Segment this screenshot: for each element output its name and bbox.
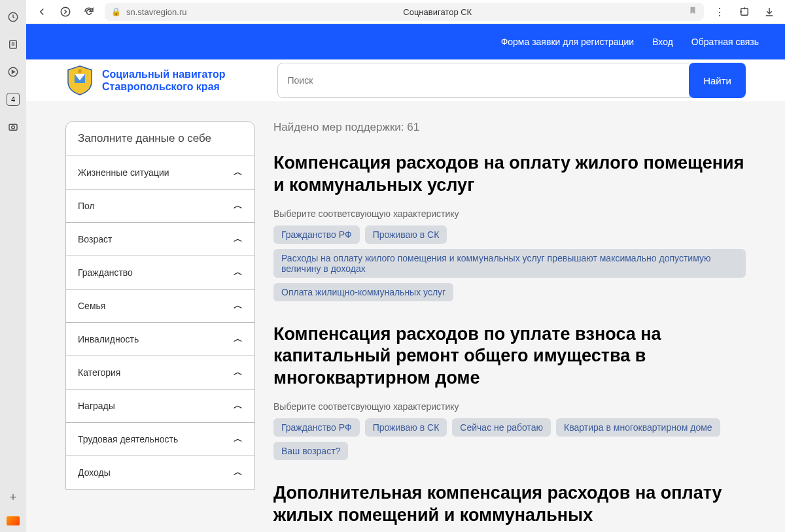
bookmark-icon[interactable]	[688, 6, 697, 18]
filter-sidebar: Заполните данные о себе Жизненные ситуац…	[65, 121, 255, 532]
header-bar: Социальный навигатор Ставропольского кра…	[26, 59, 785, 101]
chevron-up-icon: ︿	[234, 367, 243, 378]
downloads-button[interactable]	[761, 4, 777, 20]
mail-icon[interactable]	[7, 516, 20, 525]
tag[interactable]: Ваш возраст?	[273, 442, 348, 460]
char-label: Выберите соответсвующую характеристику	[273, 208, 746, 219]
browser-sidebar: 4 +	[0, 0, 26, 532]
menu-button[interactable]: ⋮	[712, 4, 727, 20]
filter-category[interactable]: Категория︿	[65, 356, 255, 390]
tag-list: Гражданство РФ Проживаю в СК Расходы на …	[273, 225, 746, 301]
play-icon[interactable]	[7, 65, 20, 78]
nav-link-feedback[interactable]: Обратная связь	[691, 37, 759, 47]
nav-link-login[interactable]: Вход	[652, 37, 673, 47]
browser-toolbar: 🔒 sn.stavregion.ru Соцнавигатор СК ⋮	[26, 0, 785, 24]
tag-list: Гражданство РФ Проживаю в СК Сейчас не р…	[273, 418, 746, 460]
svg-point-8	[78, 69, 82, 73]
search-button[interactable]: Найти	[689, 63, 746, 98]
tag[interactable]: Расходы на оплату жилого помещения и ком…	[273, 249, 746, 278]
tag[interactable]: Гражданство РФ	[273, 418, 360, 437]
filter-employment[interactable]: Трудовая деятельность︿	[65, 423, 255, 456]
back-button[interactable]	[34, 4, 50, 20]
tag[interactable]: Гражданство РФ	[273, 225, 360, 244]
logo-block[interactable]: Социальный навигатор Ставропольского кра…	[65, 65, 225, 96]
results-count: Найдено мер поддержки: 61	[273, 121, 746, 134]
chevron-up-icon: ︿	[234, 300, 243, 312]
chevron-up-icon: ︿	[234, 267, 243, 278]
filter-gender[interactable]: Пол︿	[65, 190, 255, 223]
tag[interactable]: Проживаю в СК	[365, 225, 447, 244]
measure-title[interactable]: Компенсация расходов по уплате взноса на…	[273, 324, 746, 390]
nav-link-register[interactable]: Форма заявки для регистрации	[501, 37, 635, 47]
chevron-up-icon: ︿	[234, 167, 243, 178]
svg-point-5	[61, 7, 70, 16]
filter-income[interactable]: Доходы︿	[65, 456, 255, 490]
svg-rect-3	[9, 124, 17, 130]
url-text: sn.stavregion.ru	[126, 7, 187, 17]
clock-icon[interactable]	[7, 10, 20, 24]
yandex-button[interactable]	[58, 4, 73, 20]
measure-item: Дополнительная компенсация расходов на о…	[273, 482, 746, 527]
measure-title[interactable]: Компенсация расходов на оплату жилого по…	[273, 152, 746, 197]
tab-count-badge[interactable]: 4	[7, 93, 20, 106]
note-icon[interactable]	[7, 38, 20, 51]
lock-icon: 🔒	[111, 7, 121, 16]
svg-rect-6	[741, 8, 748, 16]
chevron-up-icon: ︿	[234, 400, 243, 412]
search-form: Найти	[277, 63, 746, 98]
search-input[interactable]	[277, 63, 691, 98]
filter-life-situations[interactable]: Жизненные ситуации︿	[65, 156, 255, 190]
char-label: Выберите соответсвующую характеристику	[273, 401, 746, 412]
filter-citizenship[interactable]: Гражданство︿	[65, 256, 255, 290]
filter-age[interactable]: Возраст︿	[65, 223, 255, 256]
add-tab-button[interactable]: +	[10, 491, 17, 505]
page-title-text: Соцнавигатор СК	[192, 7, 684, 17]
tag[interactable]: Оплата жилищно-коммунальных услуг	[273, 283, 453, 301]
reload-button[interactable]	[81, 4, 97, 20]
chevron-up-icon: ︿	[234, 467, 243, 478]
measure-item: Компенсация расходов на оплату жилого по…	[273, 152, 746, 301]
filter-awards[interactable]: Награды︿	[65, 390, 255, 423]
tag[interactable]: Проживаю в СК	[365, 418, 447, 437]
results-main: Найдено мер поддержки: 61 Компенсация ра…	[273, 121, 746, 532]
tag[interactable]: Сейчас не работаю	[452, 418, 551, 437]
logo-text: Социальный навигатор Ставропольского кра…	[102, 68, 225, 93]
crest-icon	[65, 65, 94, 96]
top-nav: Форма заявки для регистрации Вход Обратн…	[26, 24, 785, 59]
url-bar[interactable]: 🔒 sn.stavregion.ru Соцнавигатор СК	[105, 3, 704, 21]
camera-icon[interactable]	[7, 120, 20, 133]
chevron-up-icon: ︿	[234, 433, 243, 445]
svg-point-4	[12, 126, 15, 129]
chevron-up-icon: ︿	[234, 200, 243, 212]
chevron-up-icon: ︿	[234, 333, 243, 345]
page-content: Форма заявки для регистрации Вход Обратн…	[26, 24, 785, 532]
extensions-button[interactable]	[737, 4, 752, 20]
chevron-up-icon: ︿	[234, 233, 243, 245]
sidebar-title: Заполните данные о себе	[65, 121, 255, 156]
tag[interactable]: Квартира в многоквартирном доме	[556, 418, 720, 437]
measure-item: Компенсация расходов по уплате взноса на…	[273, 324, 746, 460]
filter-disability[interactable]: Инвалидность︿	[65, 323, 255, 356]
measure-title[interactable]: Дополнительная компенсация расходов на о…	[273, 482, 746, 527]
filter-family[interactable]: Семья︿	[65, 290, 255, 323]
